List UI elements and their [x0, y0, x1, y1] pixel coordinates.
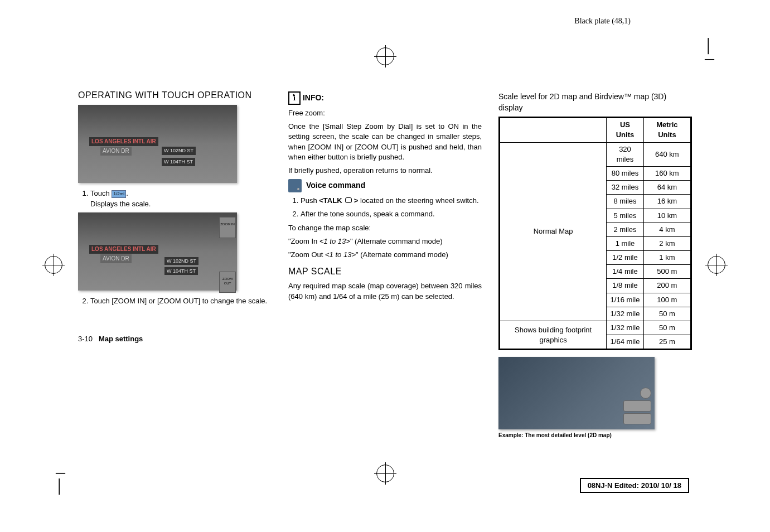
zoom-out-icon: ZOOM OUT	[219, 272, 236, 293]
cell: 500 m	[643, 265, 691, 279]
scale-level-heading: Scale level for 2D map and Birdview™ map…	[498, 91, 692, 113]
cell: 1/2 mile	[607, 251, 644, 265]
cell: 1/32 mile	[607, 307, 644, 321]
table-row: Normal Map320 miles640 km	[500, 142, 691, 166]
page-footer: 3-10 Map settings	[78, 334, 272, 344]
step-2: Touch [ZOOM IN] or [ZOOM OUT] to change …	[90, 296, 272, 306]
operating-heading: OPERATING WITH TOUCH OPERATION	[78, 89, 272, 101]
compass-icon	[640, 388, 651, 399]
info-icon	[288, 91, 301, 105]
step-list-2: Touch [ZOOM IN] or [ZOOM OUT] to change …	[78, 296, 272, 306]
plate-header: Black plate (48,1)	[574, 17, 631, 26]
voice-step-1: Push <TALK > located on the steering whe…	[301, 196, 482, 206]
edition-footer: 08NJ-N Edited: 2010/ 10/ 18	[580, 478, 689, 493]
column-2: INFO: Free zoom: Once the [Small Step Zo…	[288, 89, 482, 465]
step-text: Touch	[90, 189, 110, 197]
zoom-buttons: ZOOM IN ZOOM OUT	[219, 217, 235, 294]
map-screenshot-3	[498, 357, 655, 429]
column-3: Scale level for 2D map and Birdview™ map…	[498, 89, 692, 465]
cell: 1/4 mile	[607, 265, 644, 279]
cell: 80 miles	[607, 166, 644, 180]
step-desc: Displays the scale.	[90, 199, 272, 209]
scale-icon: 1/2mi	[112, 190, 126, 198]
voice-label: Voice command	[306, 181, 365, 190]
map-label: W 102ND ST	[164, 257, 198, 265]
map-label: AVION DR	[100, 147, 132, 156]
step-list-1: Touch 1/2mi. Displays the scale.	[78, 188, 272, 209]
scale-table: US Units Metric Units Normal Map320 mile…	[498, 117, 692, 350]
cell: 2 km	[643, 236, 691, 250]
crop-mark: ─│	[56, 466, 65, 493]
voice-icon	[288, 179, 302, 192]
voice-para-2: "Zoom In <1 to 13>" (Alternate command m…	[288, 236, 482, 246]
table-header: Metric Units	[643, 118, 691, 142]
section-name: Map settings	[99, 335, 143, 343]
info-body: Once the [Small Step Zoom by Dial] is se…	[288, 122, 482, 162]
cell: 100 m	[643, 293, 691, 307]
voice-para-3: "Zoom Out <1 to 13>" (Alternate command …	[288, 250, 482, 260]
registration-mark	[708, 256, 725, 276]
cell: 25 m	[643, 335, 691, 350]
cell: 64 km	[643, 181, 691, 195]
registration-mark	[45, 256, 62, 276]
info-title: Free zoom:	[288, 108, 482, 118]
cell: 1 mile	[607, 236, 644, 250]
info-body-2: If briefly pushed, operation returns to …	[288, 166, 482, 176]
info-label: INFO:	[303, 93, 324, 102]
table-row: Shows building footprint graphics1/32 mi…	[500, 321, 691, 335]
cell: 320 miles	[607, 142, 644, 166]
cell: 1/32 mile	[607, 321, 644, 335]
cell: 640 km	[643, 142, 691, 166]
text: located on the steering wheel switch.	[360, 196, 478, 205]
cell: 2 miles	[607, 223, 644, 236]
voice-steps: Push <TALK > located on the steering whe…	[288, 196, 482, 219]
mapscale-heading: MAP SCALE	[288, 265, 482, 278]
map-label: W 102ND ST	[162, 147, 196, 155]
voice-para-1: To change the map scale:	[288, 223, 482, 233]
row-label: Shows building footprint graphics	[500, 321, 607, 350]
map-label: AVION DR	[100, 254, 132, 263]
map-screenshot-2: LOS ANGELES INTL AIR AVION DR W 102ND ST…	[78, 212, 237, 291]
text: Push	[301, 196, 317, 205]
cell: 4 km	[643, 223, 691, 236]
main-content: OPERATING WITH TOUCH OPERATION LOS ANGEL…	[78, 89, 692, 465]
cell: 8 miles	[607, 195, 644, 209]
mapscale-body: Any required map scale (map coverage) be…	[288, 281, 482, 301]
registration-mark	[376, 465, 394, 485]
map-label: LOS ANGELES INTL AIR	[89, 137, 158, 146]
map-label: W 104TH ST	[164, 267, 198, 275]
voice-step-2: After the tone sounds, speak a command.	[301, 209, 482, 219]
info-header: INFO:	[288, 91, 482, 105]
column-1: OPERATING WITH TOUCH OPERATION LOS ANGEL…	[78, 89, 272, 465]
map-screenshot-1: LOS ANGELES INTL AIR AVION DR W 102ND ST…	[78, 105, 237, 183]
map-buttons	[623, 388, 651, 426]
cell: 32 miles	[607, 181, 644, 195]
map-label: W 104TH ST	[162, 158, 195, 166]
step-1: Touch 1/2mi. Displays the scale.	[90, 188, 272, 209]
cell: 1 km	[643, 251, 691, 265]
map-menu-button	[623, 400, 651, 412]
cell: 16 km	[643, 195, 691, 209]
talk-icon	[344, 197, 352, 205]
table-header	[500, 118, 607, 142]
cell: 1/16 mile	[607, 293, 644, 307]
cell: 50 m	[643, 307, 691, 321]
cell: 160 km	[643, 166, 691, 180]
zoom-in-icon: ZOOM IN	[219, 217, 236, 238]
text: >	[354, 196, 359, 205]
table-header-row: US Units Metric Units	[500, 118, 691, 142]
scale-button	[623, 413, 651, 424]
cell: 1/8 mile	[607, 279, 644, 293]
talk-button-label: <TALK	[319, 196, 342, 205]
cell: 10 km	[643, 209, 691, 223]
cell: 5 miles	[607, 209, 644, 223]
cell: 200 m	[643, 279, 691, 293]
map-label: LOS ANGELES INTL AIR	[89, 245, 158, 254]
registration-mark	[376, 47, 394, 67]
cell: 50 m	[643, 321, 691, 335]
row-label: Normal Map	[500, 142, 607, 321]
voice-header: Voice command	[288, 179, 482, 192]
cell: 1/64 mile	[607, 335, 644, 350]
page-number: 3-10	[78, 335, 93, 343]
table-header: US Units	[607, 118, 644, 142]
